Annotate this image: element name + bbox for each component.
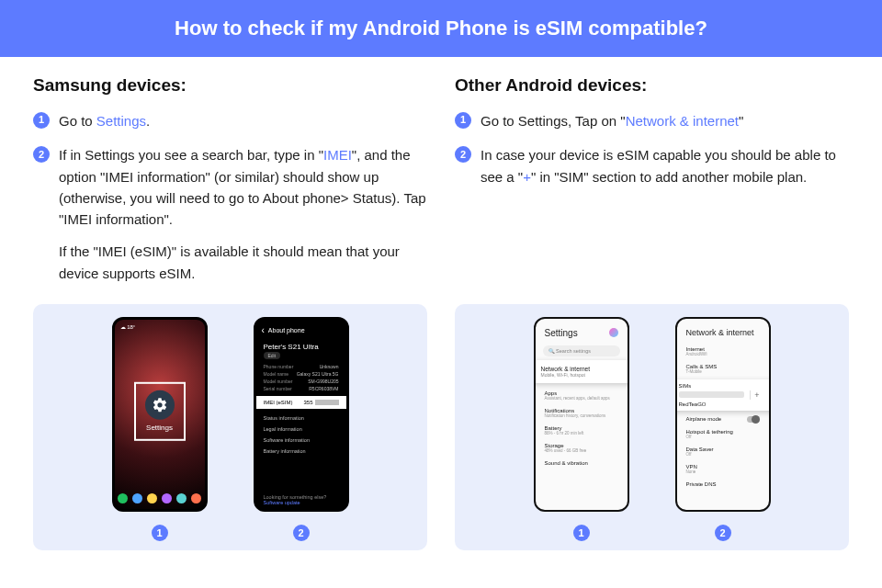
samsung-step-2: If in Settings you see a search bar, typ…: [33, 144, 427, 284]
shot-number: 1: [152, 525, 168, 541]
sub: Notification history, conversations: [545, 413, 618, 418]
text: .: [146, 113, 150, 129]
section-link: Battery information: [256, 446, 346, 457]
v: SM-G998U205: [308, 379, 338, 384]
lbl: Sound & vibration: [545, 460, 618, 466]
device-name: Peter's S21 Ultra: [256, 341, 346, 352]
text: ": [739, 113, 743, 129]
samsung-step-1: Go to Settings.: [33, 110, 427, 131]
toggle-icon: [747, 416, 760, 423]
other-steps: Go to Settings, Tap on "Network & intern…: [455, 110, 849, 187]
sub: 86% - 6 hr 20 min left: [545, 431, 618, 435]
text: Go to Settings, Tap on ": [481, 113, 626, 129]
other-gallery: Settings 🔍 Search settings ᯤ Network & i…: [455, 304, 849, 550]
text: " in "SIM" section to add another mobile…: [531, 169, 807, 185]
kv-row: Serial numberR5CR6038VM: [256, 385, 346, 392]
footer-suggestion: Looking for something else? Software upd…: [264, 494, 339, 505]
k: Model number: [264, 379, 293, 384]
other-heading: Other Android devices:: [455, 75, 849, 96]
list-item: Sound & vibration: [536, 457, 628, 469]
sims-sub: RedTeaGO: [679, 401, 763, 407]
footer-link: Software update: [264, 500, 339, 505]
dock-icons: [115, 493, 205, 503]
imei-esim-highlight: IMEI (eSIM) 355: [254, 396, 349, 409]
samsung-step-2-note: If the "IMEI (eSIM)" is available it sho…: [59, 241, 427, 284]
section-link: Legal information: [256, 424, 346, 435]
list-item: InternetAndroidWifi: [677, 343, 769, 360]
kv-row: Phone numberUnknown: [256, 363, 346, 370]
sub: Off: [686, 435, 760, 439]
airplane-label: Airplane mode: [686, 416, 722, 422]
settings-label: Settings: [146, 424, 173, 432]
v: R5CR6038VM: [309, 386, 338, 391]
redaction-mask: [315, 400, 339, 405]
list-item: Battery86% - 6 hr 20 min left: [536, 422, 628, 439]
screen-title: Network & internet: [677, 319, 769, 343]
sub: 48% used - 66 GB free: [545, 448, 618, 453]
dock-icon: [176, 493, 187, 503]
network-internet-link[interactable]: Network & internet: [626, 113, 739, 129]
sub: T-Mobile: [686, 369, 760, 374]
gear-icon: [145, 390, 175, 420]
dock-icon: [147, 493, 157, 503]
list-item: Calls & SMST-Mobile: [677, 360, 769, 378]
search-settings: 🔍 Search settings: [543, 345, 620, 356]
edit-button: Edit: [264, 352, 281, 359]
phone-mock-settings: Settings 🔍 Search settings ᯤ Network & i…: [534, 317, 629, 512]
imei-link[interactable]: IMEI: [323, 147, 352, 163]
page-title: How to check if my Android Phone is eSIM…: [175, 17, 707, 40]
other-shot-1: Settings 🔍 Search settings ᯤ Network & i…: [534, 317, 629, 541]
text: Go to: [59, 113, 96, 129]
list-item: NotificationsNotification history, conve…: [536, 404, 628, 422]
sub: Assistant, recent apps, default apps: [545, 396, 618, 401]
samsung-heading: Samsung devices:: [33, 75, 427, 96]
sub: None: [686, 469, 760, 474]
text: If in Settings you see a search bar, typ…: [59, 147, 323, 163]
settings-app-highlight: Settings: [134, 382, 186, 441]
section-link: Status information: [256, 413, 346, 424]
settings-link[interactable]: Settings: [96, 113, 146, 129]
samsung-column: Samsung devices: Go to Settings. If in S…: [33, 75, 427, 297]
settings-title: Settings: [545, 328, 578, 338]
shot-number: 1: [573, 525, 590, 541]
v: Galaxy S21 Ultra 5G: [297, 371, 339, 377]
instruction-columns: Samsung devices: Go to Settings. If in S…: [0, 57, 882, 297]
list-item: AppsAssistant, recent apps, default apps: [536, 387, 628, 404]
screenshot-galleries: ☁ 18° Settings 1: [0, 304, 882, 550]
lbl: Airplane mode: [686, 416, 760, 422]
other-step-2: In case your device is eSIM capable you …: [455, 144, 849, 187]
other-shot-2: Network & internet InternetAndroidWifi C…: [675, 317, 771, 541]
page-title-banner: How to check if my Android Phone is eSIM…: [0, 0, 882, 57]
dock-icon: [132, 493, 142, 503]
about-phone-title: About phone: [256, 320, 346, 341]
redaction-mask: [679, 391, 745, 398]
search-placeholder: Search settings: [556, 348, 591, 354]
phone-mock-network-internet: Network & internet InternetAndroidWifi C…: [675, 317, 771, 512]
other-column: Other Android devices: Go to Settings, T…: [455, 75, 849, 297]
phone-mock-samsung-home: ☁ 18° Settings: [112, 317, 208, 512]
dock-icon: [162, 493, 172, 503]
list-item: Storage48% used - 66 GB free: [536, 439, 628, 457]
v: Unknown: [320, 364, 339, 369]
imei-esim-value: 355: [303, 400, 338, 405]
temp: 18°: [127, 324, 135, 330]
sims-row: +: [679, 390, 763, 400]
v: 355: [303, 400, 312, 405]
add-sim-plus-icon: +: [750, 390, 763, 400]
samsung-steps: Go to Settings. If in Settings you see a…: [33, 110, 427, 284]
list-item: VPNNone: [677, 460, 769, 478]
list-item: Hotspot & tetheringOff: [677, 425, 769, 443]
dock-icon: [191, 493, 201, 503]
sub: AndroidWifi: [686, 352, 760, 356]
settings-title-row: Settings: [536, 319, 628, 342]
sims-label: SIMs: [679, 383, 763, 389]
card-title: Network & internet: [541, 366, 622, 372]
other-step-1: Go to Settings, Tap on "Network & intern…: [455, 110, 849, 131]
plus-link[interactable]: +: [523, 169, 531, 185]
avatar-icon: [609, 328, 618, 337]
samsung-shot-2: About phone Peter's S21 Ultra Edit Phone…: [254, 317, 349, 541]
network-internet-card: ᯤ Network & internet Mobile, Wi-Fi, hots…: [534, 360, 629, 383]
lbl: Private DNS: [686, 481, 760, 487]
weather-widget: ☁ 18°: [115, 320, 205, 334]
k: Model name: [264, 371, 289, 377]
